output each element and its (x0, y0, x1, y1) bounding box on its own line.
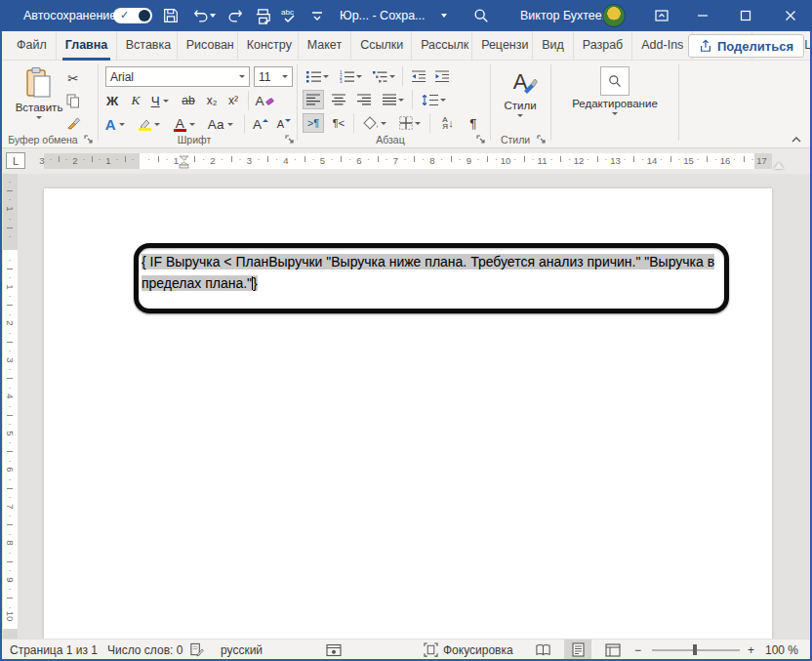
format-painter-icon (66, 116, 81, 131)
search-button[interactable] (468, 4, 494, 27)
redo-button[interactable] (223, 4, 248, 27)
chevron-down-icon (36, 116, 42, 119)
ruler-tick: · (495, 154, 498, 164)
text-effects-button[interactable]: А (102, 114, 129, 134)
tab-Файл[interactable]: Файл (8, 31, 57, 61)
multilevel-list-icon (373, 70, 387, 83)
superscript-button[interactable]: x² (223, 91, 244, 110)
chevron-down-icon[interactable] (441, 14, 447, 18)
underline-button[interactable]: Ч (146, 91, 174, 110)
undo-button[interactable] (187, 4, 221, 27)
font-name-combo[interactable]: Arial (105, 66, 250, 87)
change-case-button[interactable]: Аа (205, 114, 236, 134)
zoom-out-button[interactable]: − (630, 640, 645, 660)
web-layout-button[interactable] (599, 640, 627, 660)
zoom-in-button[interactable]: + (744, 640, 758, 660)
zoom-level[interactable]: 100 % (761, 640, 802, 660)
proofing-status[interactable] (185, 640, 208, 660)
user-avatar[interactable] (602, 4, 626, 27)
tab-Рецензи[interactable]: Рецензи (472, 31, 533, 61)
ltr-direction-button[interactable]: >¶ (303, 113, 324, 133)
tab-Макет[interactable]: Макет (299, 31, 351, 61)
font-dialog-launcher[interactable] (285, 135, 295, 145)
ruler-tick: · (9, 584, 12, 594)
tab-Вид[interactable]: Вид (533, 31, 574, 61)
ruler-tick: · (9, 310, 12, 319)
tab-Add-Ins[interactable]: Add-Ins (632, 31, 693, 61)
save-button[interactable] (158, 4, 183, 27)
font-size-combo[interactable]: 11 (254, 66, 293, 87)
word-count[interactable]: Число слов: 0 (103, 640, 186, 660)
rtl-direction-button[interactable]: ¶< (328, 113, 349, 133)
ribbon-display-options-button[interactable] (642, 0, 681, 31)
share-button[interactable]: Поделиться (688, 34, 804, 58)
tab-Рассылк[interactable]: Рассылк (412, 31, 472, 61)
ruler-tick (267, 156, 268, 162)
numbering-button[interactable]: 123 (336, 66, 365, 86)
tab-Главна[interactable]: Главна (57, 31, 117, 61)
language-indicator[interactable]: русский (217, 640, 266, 660)
read-mode-button[interactable] (529, 640, 556, 660)
quick-print-button[interactable] (250, 4, 275, 27)
styles-button[interactable]: А Стили (498, 66, 543, 117)
align-right-button[interactable] (353, 90, 375, 109)
horizontal-ruler[interactable]: 3··2··1····1··2··3··4··5··6··7··8··9··10… (44, 153, 772, 169)
focus-mode-button[interactable]: Фокусировка (420, 640, 517, 660)
clear-formatting-button[interactable]: A (252, 91, 277, 110)
document-area[interactable]: 2··1····1··2··3··4··5··6··7··8··9··10 { … (0, 174, 812, 639)
styles-dialog-launcher[interactable] (537, 135, 547, 145)
align-left-button[interactable] (303, 90, 324, 109)
justify-button[interactable] (379, 90, 408, 109)
format-painter-button[interactable] (62, 113, 84, 133)
clipboard-dialog-launcher[interactable] (84, 135, 94, 145)
right-indent-marker[interactable] (774, 162, 784, 169)
tab-Констру[interactable]: Констру (238, 31, 299, 61)
strikethrough-button[interactable]: ab (178, 91, 199, 110)
shrink-font-button[interactable]: А (273, 114, 295, 134)
customize-qat-button[interactable] (304, 4, 330, 27)
collapse-ribbon-button[interactable] (791, 136, 802, 144)
subscript-button[interactable]: x₂ (201, 91, 223, 110)
align-center-button[interactable] (328, 90, 349, 109)
cut-button[interactable]: ✂ (62, 68, 84, 88)
paragraph-dialog-launcher[interactable] (476, 135, 486, 145)
clear-formatting-label: A (255, 94, 264, 108)
close-button[interactable] (771, 0, 810, 31)
sort-button[interactable]: АЯ ↓ (435, 113, 461, 133)
editing-button[interactable]: Редактирование (561, 66, 669, 115)
align-right-icon (357, 94, 371, 106)
copy-button[interactable] (62, 91, 84, 110)
paste-button[interactable]: Вставить (14, 66, 64, 119)
zoom-slider-thumb[interactable] (693, 644, 697, 655)
ruler-tick: · (9, 177, 12, 186)
italic-button[interactable]: К (125, 91, 146, 110)
tab-Ссылки[interactable]: Ссылки (351, 31, 412, 61)
minimize-button[interactable] (683, 0, 722, 31)
highlight-color-button[interactable] (135, 114, 164, 134)
tab-stop-selector[interactable]: L (6, 152, 25, 169)
shading-button[interactable] (359, 113, 390, 133)
user-name[interactable]: Виктор Бухтеев (520, 9, 608, 22)
maximize-button[interactable] (726, 0, 765, 31)
macro-record-button[interactable] (322, 640, 345, 660)
multilevel-list-button[interactable] (369, 66, 398, 86)
tab-Вставка[interactable]: Вставка (117, 31, 178, 61)
align-left-icon (306, 94, 320, 106)
page-indicator[interactable]: Страница 1 из 1 (6, 640, 102, 660)
bold-button[interactable]: Ж (102, 91, 123, 110)
annotation-highlight-box (134, 243, 729, 313)
font-color-button[interactable]: А (170, 114, 199, 134)
spelling-button[interactable]: abc (277, 4, 303, 27)
grow-font-button[interactable]: А (250, 114, 271, 134)
document-title[interactable]: Юр... - Сохра... (340, 9, 426, 22)
line-spacing-button[interactable] (418, 90, 449, 109)
tab-Рисован[interactable]: Рисован (178, 31, 238, 61)
autosave-toggle[interactable]: ✓ (113, 8, 152, 23)
decrease-indent-button[interactable] (408, 66, 429, 86)
tab-Разраб[interactable]: Разраб (574, 31, 633, 61)
bullets-button[interactable] (303, 66, 332, 86)
print-layout-button[interactable] (564, 640, 591, 660)
borders-button[interactable] (394, 113, 426, 133)
show-marks-button[interactable]: ¶ (463, 113, 484, 133)
increase-indent-button[interactable] (431, 66, 453, 86)
